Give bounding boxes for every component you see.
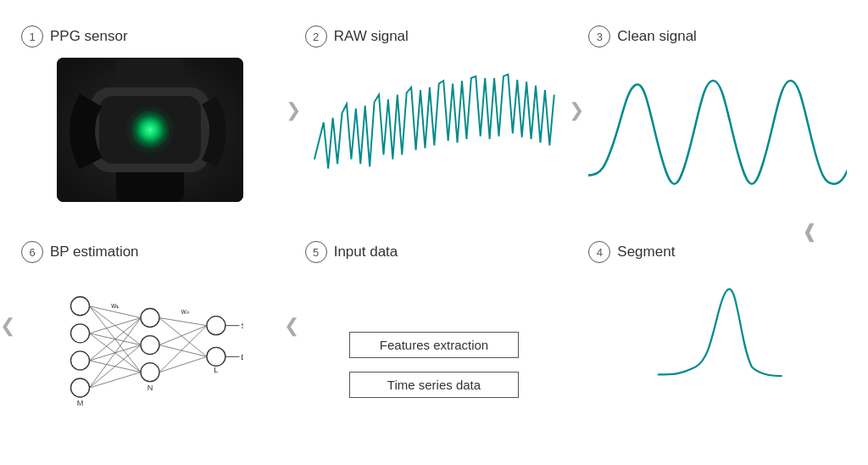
svg-text:SBP: SBP: [242, 322, 244, 330]
arrow-2-to-3: ❯: [569, 99, 584, 121]
svg-point-10: [71, 378, 90, 397]
step-label-1: 1 PPG sensor: [21, 25, 128, 48]
svg-point-6: [129, 109, 171, 151]
step-title-2: RAW signal: [334, 28, 409, 45]
svg-line-32: [159, 326, 207, 373]
svg-line-27: [90, 373, 142, 388]
svg-line-19: [90, 318, 142, 333]
cell-bp-estimation: 6 BP estimation: [8, 232, 292, 448]
arrow-4-to-5: ❮: [284, 315, 299, 337]
step-label-3: 3 Clean signal: [588, 25, 697, 48]
svg-text:w₁: w₁: [110, 302, 119, 310]
cell-raw-signal: 2 RAW signal ❯: [292, 17, 576, 232]
svg-point-12: [141, 336, 159, 355]
step-number-1: 1: [21, 25, 43, 48]
svg-point-13: [141, 363, 159, 382]
step-number-6: 6: [21, 241, 43, 263]
watch-bg-svg: [57, 58, 243, 202]
step-number-2: 2: [305, 25, 327, 48]
main-container: 1 PPG sensor: [0, 0, 868, 465]
step-label-2: 2 RAW signal: [305, 25, 409, 48]
timeseries-box: Time series data: [349, 372, 519, 398]
neural-network-diagram: M N L SBP DBP w₁ wₙ Input Layer Hidden L…: [57, 273, 243, 409]
step-label-4: 4 Segment: [588, 241, 675, 263]
svg-point-7: [71, 297, 90, 316]
svg-rect-2: [116, 168, 184, 202]
svg-text:wₙ: wₙ: [181, 308, 189, 316]
arrow-5-to-6: ❮: [0, 315, 15, 337]
cell-input-data: 5 Input data Features extraction Time se…: [292, 232, 576, 448]
raw-signal-chart: [305, 58, 564, 224]
step-title-1: PPG sensor: [50, 28, 128, 45]
step-title-6: BP estimation: [50, 244, 139, 261]
svg-point-9: [71, 351, 90, 370]
timeseries-label: Time series data: [387, 378, 481, 392]
watch-image: [57, 58, 243, 202]
svg-point-11: [141, 309, 159, 328]
cell-ppg-sensor: 1 PPG sensor: [8, 17, 292, 232]
arrow-3-to-4: ❰: [802, 221, 817, 243]
svg-point-14: [207, 317, 225, 335]
features-extraction-label: Features extraction: [380, 338, 488, 352]
svg-point-15: [207, 347, 225, 366]
svg-line-33: [159, 356, 207, 372]
svg-line-30: [159, 326, 207, 345]
arrow-1-to-2: ❯: [286, 99, 301, 121]
step-label-6: 6 BP estimation: [21, 241, 139, 263]
step-number-4: 4: [588, 241, 610, 263]
features-extraction-box: Features extraction: [349, 332, 519, 358]
svg-point-8: [71, 324, 90, 343]
svg-text:DBP: DBP: [242, 353, 244, 361]
step-title-4: Segment: [617, 244, 675, 261]
svg-text:N: N: [147, 384, 153, 392]
clean-signal-chart: [588, 58, 847, 224]
step-number-3: 3: [588, 25, 610, 48]
cell-segment: 4 Segment: [576, 232, 860, 448]
step-number-5: 5: [305, 241, 327, 263]
svg-text:M: M: [77, 399, 84, 407]
step-label-5: 5 Input data: [305, 241, 398, 263]
step-title-5: Input data: [334, 244, 398, 261]
svg-text:L: L: [214, 366, 219, 374]
cell-clean-signal: 3 Clean signal ❰: [576, 17, 860, 232]
svg-line-28: [159, 318, 207, 326]
step-title-3: Clean signal: [617, 28, 697, 45]
svg-line-25: [90, 318, 142, 389]
segment-chart: [650, 273, 786, 401]
